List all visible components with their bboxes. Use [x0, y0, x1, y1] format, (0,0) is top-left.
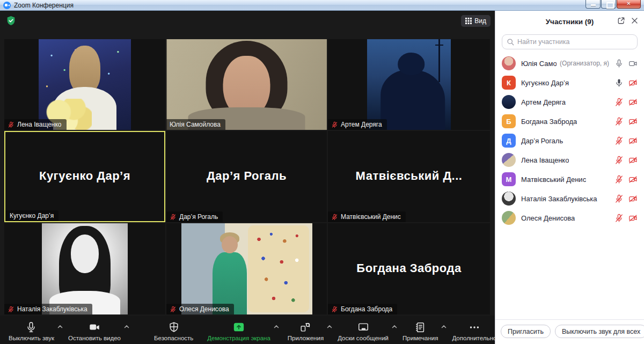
- chevron-up-icon[interactable]: [327, 325, 332, 329]
- search-icon: [506, 38, 515, 46]
- mic-muted-icon: [8, 121, 14, 128]
- mic-muted-icon: [614, 194, 624, 203]
- video-tile-rogal[interactable]: Дар’я Рогаль Дар’я Рогаль: [166, 131, 327, 222]
- participants-panel: Участники (9) Юлія Самойл... (Организато…: [495, 11, 644, 344]
- share-screen-icon: [233, 321, 245, 333]
- video-tile-kuguenko-active[interactable]: Кугуєнко Дар’я Кугуєнко Дар’я: [4, 131, 165, 222]
- participant-row[interactable]: Олеся Денисова: [495, 208, 644, 228]
- participant-row[interactable]: Наталія Закаблуківська: [495, 189, 644, 208]
- tile-nameplate: Наталія Закаблуківська: [4, 304, 92, 314]
- view-button[interactable]: Вид: [461, 15, 491, 27]
- tile-center-name: Богдана Заброда: [328, 261, 490, 275]
- video-off-icon: [628, 194, 638, 203]
- window-controls: [585, 0, 641, 9]
- more-button[interactable]: Дополнительно: [449, 319, 500, 341]
- video-on-icon: [628, 59, 638, 68]
- participant-video: [42, 223, 128, 314]
- video-tile-bogdana[interactable]: Богдана Заброда Богдана Заброда: [328, 223, 490, 314]
- participant-row[interactable]: Б Богдана Заброда: [495, 112, 644, 131]
- video-off-icon: [628, 98, 638, 107]
- participant-row[interactable]: Д Дар’я Рогаль: [495, 131, 644, 150]
- participant-video: [181, 223, 312, 314]
- participant-search: [502, 34, 638, 49]
- participant-row[interactable]: М Матвієвський Денис: [495, 170, 644, 189]
- tile-nameplate: Юлія Самойлова: [166, 119, 225, 130]
- tile-name-label: Матвієвський Денис: [341, 213, 401, 221]
- mic-muted-icon: [614, 98, 624, 107]
- tile-nameplate: Дар’я Рогаль: [166, 211, 223, 222]
- tile-nameplate: Артем Деряга: [328, 119, 387, 130]
- mic-muted-icon: [614, 214, 624, 223]
- mic-muted-icon: [331, 306, 338, 313]
- popout-icon[interactable]: [617, 17, 625, 25]
- chevron-up-icon[interactable]: [274, 325, 279, 329]
- tile-center-name: Матвієвський Д...: [328, 169, 490, 183]
- mute-button[interactable]: Выключить звук: [5, 319, 57, 341]
- mic-muted-icon: [614, 156, 624, 165]
- participants-footer: Пригласить Выключить звук для всех ...: [495, 319, 644, 344]
- avatar: [502, 56, 516, 70]
- mic-on-icon: [614, 59, 624, 68]
- whiteboards-button[interactable]: Доски сообщений: [334, 319, 392, 341]
- mute-all-button[interactable]: Выключить звук для всех: [555, 325, 644, 338]
- window-titlebar: Zoom Конференция: [0, 0, 644, 11]
- tile-name-label: Дар’я Рогаль: [179, 213, 218, 221]
- tile-nameplate: Лена Іващенко: [4, 119, 67, 130]
- apps-icon: [299, 321, 311, 333]
- participant-row[interactable]: К Кугуєнко Дар’я: [495, 73, 644, 92]
- avatar: [502, 192, 516, 206]
- whiteboard-icon: [357, 321, 369, 333]
- chevron-up-icon[interactable]: [57, 325, 63, 329]
- video-off-icon: [628, 117, 638, 126]
- participants-header: Участники (9): [495, 11, 644, 32]
- tile-name-label: Кугуєнко Дар’я: [10, 212, 54, 219]
- search-input[interactable]: [502, 34, 638, 49]
- participant-row[interactable]: Лена Іващенко: [495, 150, 644, 170]
- close-panel-icon[interactable]: [631, 17, 639, 25]
- video-tile-artem[interactable]: Артем Деряга: [328, 39, 490, 130]
- security-shield-icon[interactable]: [6, 16, 16, 26]
- window-title: Zoom Конференция: [14, 2, 74, 9]
- maximize-button[interactable]: [601, 0, 616, 9]
- mic-muted-icon: [331, 214, 338, 221]
- video-tile-lena[interactable]: Лена Іващенко: [4, 39, 165, 130]
- invite-button[interactable]: Пригласить: [501, 325, 551, 338]
- tile-name-label: Лена Іващенко: [17, 121, 62, 128]
- avatar: [502, 211, 516, 225]
- stop-video-button[interactable]: Остановить видео: [65, 319, 124, 341]
- participant-row[interactable]: Артем Деряга: [495, 92, 644, 112]
- participants-list: Юлія Самойл... (Организатор, я) К Кугуєн…: [495, 54, 644, 228]
- close-window-button[interactable]: [617, 0, 641, 9]
- apps-button[interactable]: Приложения: [284, 319, 327, 341]
- tile-nameplate: Кугуєнко Дар’я: [5, 210, 58, 221]
- participant-video: [166, 39, 327, 130]
- video-tile-olesya[interactable]: Олеся Денисова: [166, 223, 327, 314]
- video-tile-matvievskyi[interactable]: Матвієвський Д... Матвієвський Денис: [328, 131, 490, 222]
- mic-muted-icon: [614, 136, 624, 145]
- minimize-button[interactable]: [586, 0, 601, 9]
- meeting-stage: Вид Лена Іващенко Юлія Самойлова Артем Д…: [0, 11, 495, 344]
- security-button[interactable]: Безопасность: [151, 319, 196, 341]
- chevron-up-icon[interactable]: [392, 325, 397, 329]
- chevron-up-icon[interactable]: [124, 325, 129, 329]
- notes-button[interactable]: Примечания: [399, 319, 441, 341]
- share-screen-button[interactable]: Демонстрация экрана: [204, 319, 274, 341]
- avatar-initial: К: [502, 76, 516, 90]
- avatar: [502, 95, 516, 109]
- chevron-up-icon[interactable]: [441, 325, 447, 329]
- shield-icon: [168, 321, 180, 333]
- avatar-initial: М: [502, 172, 516, 186]
- mic-muted-icon: [614, 117, 624, 126]
- tile-nameplate: Матвієвський Денис: [328, 211, 406, 222]
- mic-muted-icon: [170, 214, 177, 221]
- video-off-icon: [628, 78, 638, 87]
- video-tile-natalia[interactable]: Наталія Закаблуківська: [4, 223, 165, 314]
- video-off-icon: [628, 156, 638, 165]
- avatar-initial: Б: [502, 114, 516, 128]
- tile-center-name: Кугуєнко Дар’я: [5, 169, 164, 183]
- participant-row[interactable]: Юлія Самойл... (Организатор, я): [495, 54, 644, 73]
- video-tile-yulia[interactable]: Юлія Самойлова: [166, 39, 327, 130]
- participants-title: Участники (9): [546, 18, 594, 26]
- camera-icon: [89, 321, 100, 333]
- meeting-toolbar: Выключить звук Остановить видео Безопасн…: [0, 316, 495, 344]
